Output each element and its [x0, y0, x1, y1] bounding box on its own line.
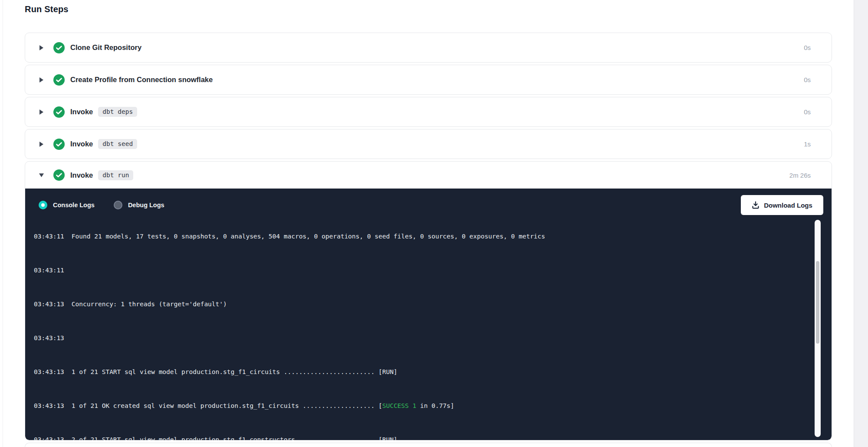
- step-row-create-profile[interactable]: Create Profile from Connection snowflake…: [25, 65, 832, 95]
- console-scrollbar-thumb[interactable]: [816, 261, 819, 344]
- console-header: Console Logs Debug Logs: [25, 189, 832, 219]
- step-title: Clone Git Repository: [70, 43, 141, 52]
- step-title: Invoke: [70, 108, 93, 116]
- step-duration: 1s: [804, 140, 811, 148]
- radio-console-logs[interactable]: Console Logs: [39, 201, 95, 209]
- log-line: 03:43:131 of 21 OK created sql view mode…: [34, 402, 806, 411]
- command-badge: dbt seed: [98, 139, 137, 149]
- log-type-radio-group: Console Logs Debug Logs: [39, 201, 164, 209]
- page-title: Run Steps: [25, 4, 69, 14]
- radio-label: Console Logs: [53, 202, 95, 209]
- log-timestamp: 03:43:13: [34, 334, 64, 341]
- log-timestamp: 03:43:11: [34, 267, 64, 274]
- radio-unselected-icon[interactable]: [114, 201, 122, 209]
- console-panel: Console Logs Debug Logs: [25, 189, 832, 440]
- left-divider: [3, 0, 3, 447]
- radio-selected-icon[interactable]: [39, 201, 47, 209]
- log-success-text: SUCCESS 1: [382, 402, 417, 409]
- radio-label: Debug Logs: [128, 202, 164, 209]
- log-message: Found 21 models, 17 tests, 0 snapshots, …: [72, 233, 545, 240]
- log-line: 03:43:11Found 21 models, 17 tests, 0 sna…: [34, 232, 806, 241]
- check-circle-icon: [53, 42, 65, 53]
- check-circle-icon: [53, 74, 65, 86]
- step-row-invoke-dbt-deps[interactable]: Invoke dbt deps 0s: [25, 97, 832, 127]
- console-scrollbar-track[interactable]: [815, 220, 821, 437]
- log-line: 03:43:132 of 21 START sql view model pro…: [34, 436, 806, 440]
- log-timestamp: 03:43:13: [34, 368, 64, 375]
- log-line: 03:43:13: [34, 334, 806, 343]
- check-circle-icon: [53, 139, 65, 150]
- log-line: 03:43:13Concurrency: 1 threads (target='…: [34, 300, 806, 309]
- step-row-invoke-dbt-run: Invoke dbt run 2m 26s Console Logs Debug…: [25, 161, 832, 440]
- chevron-right-icon[interactable]: [39, 77, 44, 83]
- log-message: 1 of 21 OK created sql view model produc…: [72, 402, 382, 409]
- command-badge: dbt deps: [98, 107, 137, 117]
- step-header[interactable]: Invoke dbt run 2m 26s: [25, 162, 832, 189]
- step-duration: 0s: [804, 76, 811, 83]
- log-message: Concurrency: 1 threads (target='default'…: [72, 301, 227, 308]
- step-duration: 0s: [804, 44, 811, 51]
- step-title: Create Profile from Connection snowflake: [70, 76, 213, 84]
- download-logs-label: Download Logs: [764, 202, 812, 209]
- check-circle-icon: [53, 169, 65, 181]
- log-timestamp: 03:43:11: [34, 233, 64, 240]
- step-duration: 0s: [804, 108, 811, 116]
- step-title: Invoke: [70, 140, 93, 148]
- chevron-down-icon[interactable]: [39, 173, 44, 178]
- chevron-right-icon[interactable]: [39, 141, 44, 147]
- chevron-right-icon[interactable]: [39, 109, 44, 115]
- run-steps-page: Run Steps Clone Git Repository 0s Create…: [0, 0, 868, 447]
- step-duration: 2m 26s: [789, 172, 811, 179]
- command-badge: dbt run: [98, 170, 133, 180]
- step-row-next-cutoff[interactable]: [25, 443, 832, 447]
- download-logs-button[interactable]: Download Logs: [741, 195, 823, 215]
- log-message-tail: in 0.77s]: [416, 402, 454, 409]
- chevron-right-icon[interactable]: [39, 45, 44, 51]
- log-line: 03:43:11: [34, 266, 806, 275]
- download-icon: [752, 201, 760, 209]
- step-title: Invoke: [70, 171, 93, 179]
- log-timestamp: 03:43:13: [34, 402, 64, 409]
- run-steps-list: Clone Git Repository 0s Create Profile f…: [25, 33, 832, 447]
- check-circle-icon: [53, 106, 65, 118]
- step-row-clone-git-repository[interactable]: Clone Git Repository 0s: [25, 33, 832, 63]
- radio-debug-logs[interactable]: Debug Logs: [114, 201, 164, 209]
- log-timestamp: 03:43:13: [34, 436, 64, 440]
- step-row-invoke-dbt-seed[interactable]: Invoke dbt seed 1s: [25, 129, 832, 159]
- log-timestamp: 03:43:13: [34, 301, 64, 308]
- console-log-lines: 03:43:11Found 21 models, 17 tests, 0 sna…: [34, 219, 806, 440]
- log-line: 03:43:131 of 21 START sql view model pro…: [34, 368, 806, 377]
- log-message: 2 of 21 START sql view model production.…: [72, 436, 398, 440]
- right-gutter: [854, 0, 868, 447]
- log-message: 1 of 21 START sql view model production.…: [72, 368, 398, 375]
- console-log-viewport[interactable]: 03:43:11Found 21 models, 17 tests, 0 sna…: [34, 219, 806, 440]
